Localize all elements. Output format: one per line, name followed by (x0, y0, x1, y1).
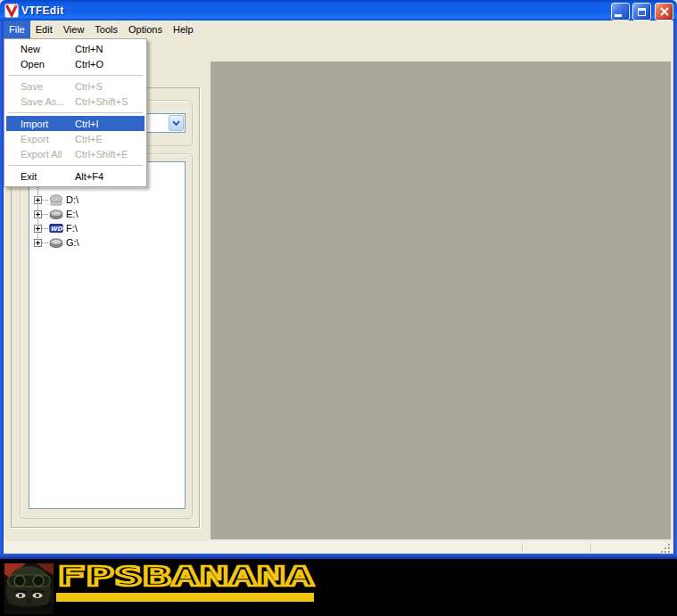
window-title: VTFEdit (21, 4, 63, 17)
fpsbanana-banner[interactable]: FPSBANANA (0, 559, 677, 616)
tree-expand-plus-icon[interactable] (34, 210, 42, 218)
titlebar[interactable]: VTFEdit (0, 0, 677, 21)
file-menu-item-exit[interactable]: ExitAlt+F4 (6, 168, 144, 184)
close-button[interactable] (655, 3, 673, 21)
hard-drive-icon (49, 236, 63, 249)
app-icon[interactable] (4, 4, 19, 18)
menu-item-shortcut: Ctrl+N (75, 44, 103, 54)
file-menu-item-export: ExportCtrl+E (6, 131, 144, 146)
menu-item-label: Open (6, 59, 45, 70)
chevron-down-icon (172, 120, 180, 127)
statusbar-section (524, 541, 590, 554)
file-menu-item-save-as: Save As...Ctrl+Shift+S (6, 94, 144, 109)
file-menu-item-new[interactable]: NewCtrl+N (6, 41, 144, 56)
menu-item-shortcut: Ctrl+O (75, 59, 103, 70)
minimize-icon (615, 14, 622, 17)
hard-drive-icon (49, 208, 63, 220)
menu-item-label: Save (6, 81, 43, 92)
menu-separator (8, 75, 143, 76)
menu-separator (8, 165, 143, 166)
tree-item-f[interactable]: WDF:\ (29, 221, 185, 235)
maximize-button[interactable] (632, 3, 651, 21)
menubar-item-tools[interactable]: Tools (89, 21, 123, 38)
tree-item-d[interactable]: D:\ (29, 193, 185, 207)
menu-item-shortcut: Ctrl+Shift+S (75, 96, 128, 107)
menu-item-shortcut: Ctrl+I (75, 119, 99, 129)
tree-item-label[interactable]: G:\ (64, 237, 81, 248)
tree-connector-line (42, 242, 48, 243)
tree-expand-plus-icon[interactable] (34, 196, 42, 204)
file-menu-item-import[interactable]: ImportCtrl+I (6, 116, 144, 131)
tree-item-label[interactable]: E:\ (64, 209, 79, 219)
brand-underline-bar (56, 593, 314, 602)
statusbar (4, 541, 673, 554)
menu-item-shortcut: Alt+F4 (75, 171, 103, 182)
fpsbanana-logo[interactable]: FPSBANANA (56, 564, 317, 602)
menu-item-label: Import (6, 119, 48, 129)
combobox-dropdown-button[interactable] (169, 115, 184, 131)
tree-item-e[interactable]: E:\ (29, 207, 185, 221)
vtfedit-window: VTFEdit FileEditViewToolsOptionsHelp (0, 0, 677, 559)
tree-connector-line (42, 228, 48, 229)
menu-item-shortcut: Ctrl+Shift+E (75, 149, 128, 160)
screen: VTFEdit FileEditViewToolsOptionsHelp (0, 0, 677, 616)
menu-item-shortcut: Ctrl+S (75, 81, 103, 92)
menubar-item-options[interactable]: Options (123, 21, 168, 38)
menubar-item-help[interactable]: Help (168, 21, 199, 38)
file-menu-item-export-all: Export AllCtrl+Shift+E (6, 146, 144, 161)
svg-text:WD: WD (50, 226, 63, 233)
player-face-image[interactable] (4, 563, 54, 614)
tree-item-g[interactable]: G:\ (29, 235, 185, 250)
file-menu: NewCtrl+NOpenCtrl+OSaveCtrl+SSave As...C… (4, 38, 147, 187)
filesystem-tree[interactable]: D:\E:\WDF:\G:\ (29, 161, 186, 509)
menu-item-shortcut: Ctrl+E (75, 134, 103, 144)
fpsbanana-logo-text: FPSBANANA (56, 564, 317, 589)
tree-connector-line (42, 200, 48, 201)
menubar: FileEditViewToolsOptionsHelp (4, 21, 673, 38)
menu-item-label: Exit (6, 171, 37, 182)
cd-drive-icon (49, 193, 63, 206)
file-menu-item-save: SaveCtrl+S (6, 78, 144, 94)
wd-hard-drive-icon: WD (49, 222, 63, 234)
menubar-item-view[interactable]: View (58, 21, 90, 38)
tree-item-label[interactable]: F:\ (64, 223, 79, 234)
tree-item-label[interactable]: D:\ (64, 194, 80, 205)
maximize-icon (638, 8, 646, 16)
tree-groupbox: D:\E:\WDF:\G:\ (20, 153, 193, 519)
file-menu-item-open[interactable]: OpenCtrl+O (6, 56, 144, 71)
tree-connector-line (42, 214, 48, 215)
menu-item-label: New (6, 44, 40, 54)
statusbar-section (4, 541, 522, 554)
minimize-button[interactable] (611, 3, 630, 21)
close-icon (660, 7, 669, 16)
menu-item-label: Save As... (6, 96, 65, 107)
brand-text-glyphs: FPSBANANA (57, 564, 315, 589)
tree-expand-plus-icon[interactable] (34, 225, 42, 233)
menu-item-label: Export All (6, 149, 62, 160)
menubar-item-edit[interactable]: Edit (30, 21, 58, 38)
resize-grip[interactable] (661, 544, 663, 546)
tree-expand-plus-icon[interactable] (34, 239, 42, 247)
menu-item-label: Export (6, 134, 49, 144)
image-canvas (211, 62, 671, 539)
window-border-right (673, 21, 677, 559)
menu-separator (8, 112, 143, 113)
menubar-item-file[interactable]: File (4, 21, 30, 38)
